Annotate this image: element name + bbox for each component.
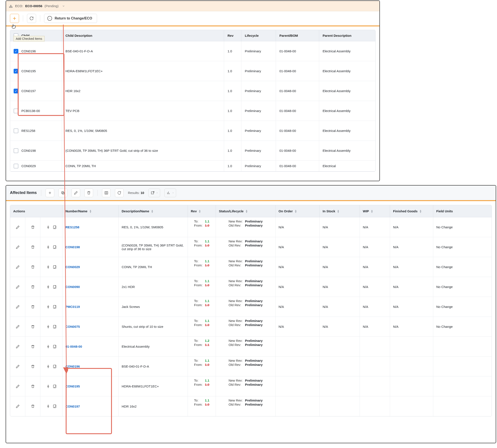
table-row[interactable]: CON0029 CONN, TP 20MIL TH 1.0 Preliminar…	[10, 161, 375, 172]
table-row[interactable]: CON0195 HDRA-E68W1LFDT1EC+ To:1.1 From:1…	[10, 376, 492, 396]
note-action[interactable]	[53, 305, 57, 309]
row-checkbox[interactable]	[14, 109, 18, 113]
table-row[interactable]: ✓ CON0196 BSE-040-01-F-D-A 1.0 Prelimina…	[10, 41, 375, 61]
note-action[interactable]	[53, 245, 57, 249]
row-checkbox[interactable]	[14, 164, 18, 168]
item-link[interactable]: CON0196	[65, 365, 80, 368]
item-link[interactable]: 01-0048-00	[65, 345, 82, 348]
table-row[interactable]: 01-0048-00 Electrical Assembly To:1.2 Fr…	[10, 337, 492, 356]
pin-action[interactable]	[46, 365, 50, 368]
row-checkbox[interactable]: ✓	[14, 69, 18, 74]
edit-action[interactable]	[10, 217, 25, 237]
table-row[interactable]: CON0196 BSE-040-01-F-D-A To:1.1 From:1.0…	[10, 356, 492, 376]
col-finished[interactable]: Finished Goods▲▼	[390, 205, 433, 217]
pin-action[interactable]	[46, 225, 50, 229]
pin-action[interactable]	[46, 325, 50, 329]
edit-action[interactable]	[10, 337, 25, 356]
delete-action[interactable]	[25, 317, 40, 336]
delete-action[interactable]	[25, 337, 40, 356]
table-row[interactable]: CON0198 (CON0028, TP 35MIL TH) 36P STRT …	[10, 141, 375, 161]
edit-action[interactable]	[10, 297, 25, 317]
return-button[interactable]: ← Return to Change/ECO	[44, 14, 97, 23]
table-row[interactable]: RES1258 RES, 0, 1%, 1/10W, SM0805 1.0 Pr…	[10, 121, 375, 141]
table-row[interactable]: CON0029 CONN, TP 20MIL TH To:1.1 From:1.…	[10, 257, 492, 277]
table-row[interactable]: ✓ CON0195 HDRA-E68W1LFDT1EC+ 1.0 Prelimi…	[10, 61, 375, 81]
pin-action[interactable]	[46, 285, 50, 289]
table-row[interactable]: RES1258 RES, 0, 1%, 1/10W, SM0805 To:1.1…	[10, 217, 492, 237]
row-checkbox[interactable]	[14, 148, 18, 153]
col-onorder[interactable]: On Order▲▼	[276, 205, 320, 217]
row-checkbox[interactable]: ✓	[14, 49, 18, 54]
edit-button[interactable]	[72, 189, 80, 197]
table-row[interactable]: CON0090 2x1 HDR To:1.1 From:1.0 New Rev:…	[10, 277, 492, 297]
col-field[interactable]: Field Units	[433, 205, 470, 217]
note-action[interactable]	[53, 325, 57, 329]
delete-action[interactable]	[25, 356, 40, 376]
filter-dropdown[interactable]	[148, 189, 160, 197]
table-row[interactable]: CON0198 (CON0028, TP 35MIL TH) 36P STRT …	[10, 237, 492, 257]
item-link[interactable]: RES1258	[65, 225, 79, 229]
edit-action[interactable]	[10, 257, 25, 277]
item-link[interactable]: CON0195	[65, 384, 80, 388]
pin-action[interactable]	[46, 404, 50, 408]
refresh-button[interactable]	[27, 14, 36, 23]
delete-action[interactable]	[25, 277, 40, 297]
col-number[interactable]: Number/Name▲▼	[62, 205, 119, 217]
col-desc[interactable]: Description/Name▲▼	[119, 205, 188, 217]
edit-action[interactable]	[10, 396, 25, 416]
note-action[interactable]	[53, 365, 57, 368]
item-link[interactable]: CON0198	[65, 245, 80, 249]
chevron-down-icon[interactable]	[62, 4, 65, 8]
edit-action[interactable]	[10, 277, 25, 297]
note-action[interactable]	[53, 285, 57, 289]
add-button[interactable]	[46, 189, 54, 197]
col-rev[interactable]: Rev▲▼	[188, 205, 216, 217]
status-new-label: New Rev:	[229, 339, 244, 342]
delete-action[interactable]	[25, 396, 40, 416]
table-row[interactable]: ✓ CON0197 HDR 16x2 1.0 Preliminary 01-00…	[10, 81, 375, 101]
delete-action[interactable]	[25, 237, 40, 257]
edit-action[interactable]	[10, 237, 25, 257]
note-action[interactable]	[53, 404, 57, 408]
child-table-header: Child Child Description Rev Lifecycle Pa…	[10, 30, 375, 41]
edit-action[interactable]	[10, 317, 25, 336]
item-link[interactable]: CON0090	[65, 285, 80, 289]
add-checked-button[interactable]	[10, 14, 19, 23]
row-checkbox[interactable]: ✓	[14, 89, 18, 93]
affected-table: Actions Number/Name▲▼ Description/Name▲▼…	[10, 205, 492, 416]
item-link[interactable]: PMC0119	[65, 305, 80, 308]
note-action[interactable]	[53, 225, 57, 229]
pin-action[interactable]	[46, 265, 50, 269]
table-row[interactable]: PMC0119 Jack Screws To:1.1 From:1.0 New …	[10, 297, 492, 317]
chart-dropdown[interactable]	[164, 189, 176, 197]
col-instock[interactable]: In Stock▲▼	[320, 205, 360, 217]
delete-button[interactable]	[84, 189, 93, 197]
item-link[interactable]: CON0075	[65, 325, 80, 328]
pin-action[interactable]	[46, 245, 50, 249]
status-new-value: Preliminary	[245, 399, 263, 402]
item-link[interactable]: CON0197	[65, 404, 80, 408]
refresh-button[interactable]	[115, 189, 124, 197]
pin-action[interactable]	[46, 345, 50, 349]
edit-action[interactable]	[10, 356, 25, 376]
pin-action[interactable]	[46, 384, 50, 388]
delete-action[interactable]	[25, 297, 40, 317]
row-checkbox[interactable]	[14, 128, 18, 133]
table-row[interactable]: PCB0138-00 TEV PCB 1.0 Preliminary 01-00…	[10, 101, 375, 121]
col-wip[interactable]: WIP▲▼	[360, 205, 390, 217]
col-status[interactable]: Status/Lifecycle▲▼	[216, 205, 276, 217]
item-link[interactable]: CON0029	[65, 265, 80, 269]
pin-action[interactable]	[46, 305, 50, 309]
table-row[interactable]: CON0075 Shunts, cut strip of 10 to size …	[10, 317, 492, 337]
edit-action[interactable]	[10, 376, 25, 396]
rev-to-label: To:	[194, 299, 203, 303]
note-action[interactable]	[53, 384, 57, 388]
delete-action[interactable]	[25, 257, 40, 277]
note-action[interactable]	[53, 265, 57, 269]
delete-action[interactable]	[25, 376, 40, 396]
columns-button[interactable]	[102, 189, 111, 197]
note-action[interactable]	[53, 345, 57, 349]
table-row[interactable]: CON0197 HDR 16x2 To:1.1 From:1.0 New Rev…	[10, 396, 492, 416]
delete-action[interactable]	[25, 217, 40, 237]
copy-button[interactable]	[59, 189, 67, 197]
